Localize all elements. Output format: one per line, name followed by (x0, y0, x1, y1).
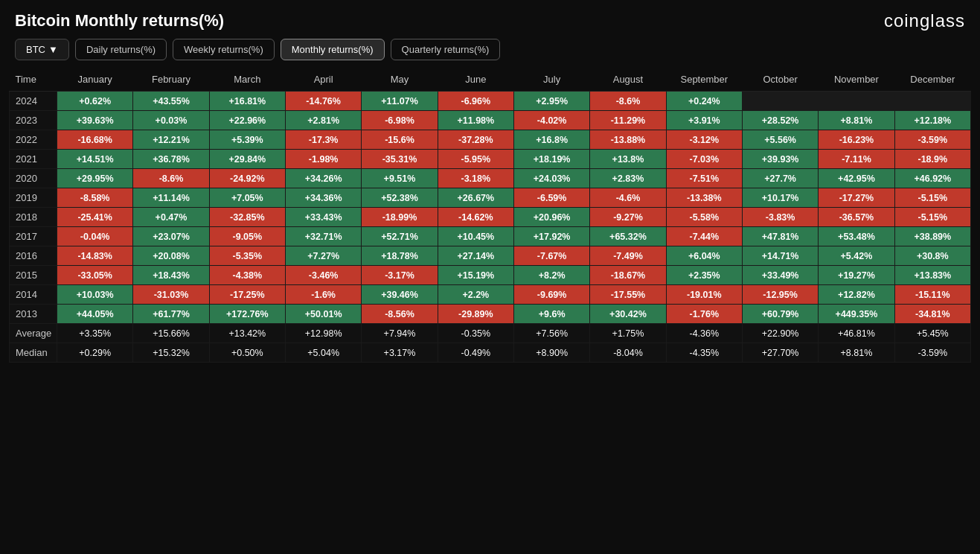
cell-value: +2.83% (590, 169, 666, 188)
cell-value: +34.36% (285, 188, 361, 208)
cell-value: +20.96% (513, 208, 589, 227)
cell-value: +5.42% (819, 246, 894, 266)
cell-value: -17.25% (209, 285, 285, 305)
table-row: 2021+14.51%+36.78%+29.84%-1.98%-35.31%-5… (10, 150, 971, 169)
cell-year: 2015 (10, 266, 57, 285)
cell-value: +44.05% (57, 305, 133, 324)
cell-year: 2016 (10, 246, 57, 266)
table-row: 2023+39.63%+0.03%+22.96%+2.81%-6.98%+11.… (10, 111, 971, 130)
cell-value: +20.08% (133, 246, 209, 266)
page-header: Bitcoin Monthly returns(%) coinglass (0, 0, 980, 39)
table-row: 2015-33.05%+18.43%-4.38%-3.46%-3.17%+15.… (10, 266, 971, 285)
col-feb: February (133, 68, 209, 92)
average-row: Average+3.35%+15.66%+13.42%+12.98%+7.94%… (10, 324, 971, 343)
cell-value: +11.98% (438, 111, 513, 130)
cell-year: 2018 (10, 208, 57, 227)
cell-value: -8.6% (590, 92, 666, 111)
cell-value: -1.98% (285, 150, 361, 169)
cell-value: -5.15% (894, 188, 970, 208)
table-header-row: Time January February March April May Ju… (10, 68, 971, 92)
cell-value: -9.69% (513, 285, 589, 305)
cell-value: +23.07% (133, 227, 209, 246)
cell-value: +8.2% (513, 266, 589, 285)
cell-value (819, 92, 894, 111)
cell-value: -17.3% (285, 130, 361, 150)
cell-value: +50.01% (285, 305, 361, 324)
cell-year: 2024 (10, 92, 57, 111)
cell-value: -5.15% (894, 208, 970, 227)
cell-value: +28.52% (742, 111, 818, 130)
brand-logo: coinglass (884, 10, 965, 31)
col-time: Time (10, 68, 57, 92)
cell-value: +26.67% (438, 188, 513, 208)
tab-quarterly[interactable]: Quarterly returns(%) (391, 39, 501, 60)
cell-value: +18.78% (362, 246, 438, 266)
cell-value: -25.41% (57, 208, 133, 227)
cell-value: -7.03% (666, 150, 742, 169)
cell-value: +27.7% (742, 169, 818, 188)
cell-value: -19.01% (666, 285, 742, 305)
cell-value: +30.42% (590, 305, 666, 324)
cell-value: -1.6% (285, 285, 361, 305)
cell-value: +14.51% (57, 150, 133, 169)
cell-value: -3.46% (285, 266, 361, 285)
cell-value: +12.21% (133, 130, 209, 150)
cell-value: -6.98% (362, 111, 438, 130)
cell-value: -13.38% (666, 188, 742, 208)
table-row: 2022-16.68%+12.21%+5.39%-17.3%-15.6%-37.… (10, 130, 971, 150)
cell-value: -4.6% (590, 188, 666, 208)
cell-value: +17.92% (513, 227, 589, 246)
tab-monthly[interactable]: Monthly returns(%) (281, 39, 385, 60)
cell-value: -3.59% (894, 130, 970, 150)
cell-value (894, 92, 970, 111)
cell-value: +46.92% (894, 169, 970, 188)
cell-value: -5.35% (209, 246, 285, 266)
table-row: 2024+0.62%+43.55%+16.81%-14.76%+11.07%-6… (10, 92, 971, 111)
col-sep: September (666, 68, 742, 92)
cell-value: +172.76% (209, 305, 285, 324)
cell-value: -3.17% (362, 266, 438, 285)
tab-weekly[interactable]: Weekly returns(%) (173, 39, 275, 60)
cell-value: -15.6% (362, 130, 438, 150)
cell-value: +9.6% (513, 305, 589, 324)
page-title: Bitcoin Monthly returns(%) (15, 11, 224, 31)
cell-value: +2.35% (666, 266, 742, 285)
cell-value: +7.27% (285, 246, 361, 266)
cell-value: +65.32% (590, 227, 666, 246)
cell-value: -14.83% (57, 246, 133, 266)
asset-selector[interactable]: BTC ▼ (15, 39, 69, 60)
cell-value: +39.63% (57, 111, 133, 130)
cell-value: -8.6% (133, 169, 209, 188)
cell-value: -14.76% (285, 92, 361, 111)
col-jun: June (438, 68, 513, 92)
cell-value: +5.39% (209, 130, 285, 150)
table-row: 2013+44.05%+61.77%+172.76%+50.01%-8.56%-… (10, 305, 971, 324)
cell-value: -5.58% (666, 208, 742, 227)
cell-value: +15.19% (438, 266, 513, 285)
cell-value: -6.96% (438, 92, 513, 111)
cell-value (742, 92, 818, 111)
cell-year: 2017 (10, 227, 57, 246)
cell-value: -16.68% (57, 130, 133, 150)
cell-value: -3.18% (438, 169, 513, 188)
cell-value: +16.81% (209, 92, 285, 111)
cell-value: +29.95% (57, 169, 133, 188)
cell-value: -7.49% (590, 246, 666, 266)
tab-daily[interactable]: Daily returns(%) (75, 39, 167, 60)
cell-value: +18.19% (513, 150, 589, 169)
cell-value: -16.23% (819, 130, 894, 150)
cell-value: +5.56% (742, 130, 818, 150)
cell-value: +39.46% (362, 285, 438, 305)
cell-value: +9.51% (362, 169, 438, 188)
cell-year: 2021 (10, 150, 57, 169)
cell-value: -4.02% (513, 111, 589, 130)
cell-value: -4.38% (209, 266, 285, 285)
cell-value: +60.79% (742, 305, 818, 324)
cell-value: -29.89% (438, 305, 513, 324)
cell-value: +12.82% (819, 285, 894, 305)
cell-value: -6.59% (513, 188, 589, 208)
cell-value: +0.24% (666, 92, 742, 111)
cell-value: +10.45% (438, 227, 513, 246)
cell-value: +2.2% (438, 285, 513, 305)
cell-value: -36.57% (819, 208, 894, 227)
